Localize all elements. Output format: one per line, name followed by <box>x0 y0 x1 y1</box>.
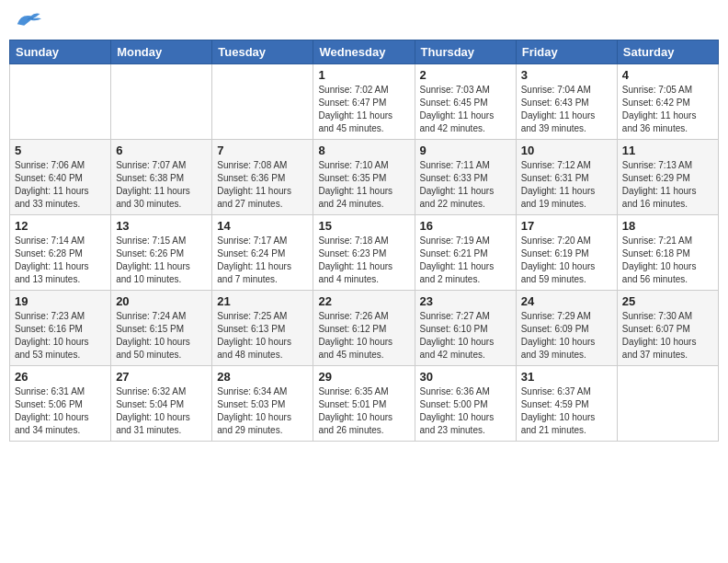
day-info: Sunrise: 7:13 AMSunset: 6:29 PMDaylight:… <box>622 159 713 211</box>
day-number: 11 <box>622 144 713 157</box>
day-number: 1 <box>318 68 409 82</box>
day-number: 7 <box>217 144 308 157</box>
calendar-cell: 12Sunrise: 7:14 AMSunset: 6:28 PMDayligh… <box>10 215 111 291</box>
day-info: Sunrise: 7:21 AMSunset: 6:18 PMDaylight:… <box>622 235 713 286</box>
day-info: Sunrise: 7:08 AMSunset: 6:36 PMDaylight:… <box>217 159 308 211</box>
day-number: 2 <box>420 68 511 82</box>
day-number: 26 <box>15 370 106 384</box>
day-info: Sunrise: 7:26 AMSunset: 6:12 PMDaylight:… <box>318 310 409 362</box>
day-number: 15 <box>318 219 409 233</box>
calendar-cell <box>617 366 718 442</box>
day-info: Sunrise: 6:31 AMSunset: 5:06 PMDaylight:… <box>15 385 106 437</box>
day-number: 12 <box>15 219 106 233</box>
calendar-cell: 10Sunrise: 7:12 AMSunset: 6:31 PMDayligh… <box>516 140 617 215</box>
day-number: 5 <box>15 144 106 157</box>
calendar-cell <box>212 64 313 140</box>
calendar-header-row: SundayMondayTuesdayWednesdayThursdayFrid… <box>10 40 719 64</box>
calendar-cell: 17Sunrise: 7:20 AMSunset: 6:19 PMDayligh… <box>516 215 617 291</box>
day-number: 31 <box>521 370 612 384</box>
day-number: 10 <box>521 144 612 157</box>
calendar-cell: 19Sunrise: 7:23 AMSunset: 6:16 PMDayligh… <box>10 291 111 366</box>
calendar-cell: 27Sunrise: 6:32 AMSunset: 5:04 PMDayligh… <box>111 366 212 442</box>
day-info: Sunrise: 7:17 AMSunset: 6:24 PMDaylight:… <box>217 235 308 286</box>
day-info: Sunrise: 6:35 AMSunset: 5:01 PMDaylight:… <box>318 385 409 437</box>
day-number: 23 <box>420 294 511 308</box>
day-number: 13 <box>116 219 207 233</box>
day-number: 21 <box>217 294 308 308</box>
day-number: 20 <box>116 294 207 308</box>
day-info: Sunrise: 7:23 AMSunset: 6:16 PMDaylight:… <box>15 310 106 362</box>
day-info: Sunrise: 7:15 AMSunset: 6:26 PMDaylight:… <box>116 235 207 286</box>
day-info: Sunrise: 7:20 AMSunset: 6:19 PMDaylight:… <box>521 235 612 286</box>
day-info: Sunrise: 7:05 AMSunset: 6:42 PMDaylight:… <box>622 84 713 135</box>
calendar-cell: 31Sunrise: 6:37 AMSunset: 4:59 PMDayligh… <box>516 366 617 442</box>
day-info: Sunrise: 7:06 AMSunset: 6:40 PMDaylight:… <box>15 159 106 211</box>
calendar-week-row: 1Sunrise: 7:02 AMSunset: 6:47 PMDaylight… <box>10 64 719 140</box>
day-info: Sunrise: 6:36 AMSunset: 5:00 PMDaylight:… <box>420 385 511 437</box>
day-number: 17 <box>521 219 612 233</box>
day-number: 3 <box>521 68 612 82</box>
day-number: 22 <box>318 294 409 308</box>
day-number: 30 <box>420 370 511 384</box>
day-number: 9 <box>420 144 511 157</box>
calendar-week-row: 19Sunrise: 7:23 AMSunset: 6:16 PMDayligh… <box>10 291 719 366</box>
day-info: Sunrise: 7:12 AMSunset: 6:31 PMDaylight:… <box>521 159 612 211</box>
calendar-cell: 21Sunrise: 7:25 AMSunset: 6:13 PMDayligh… <box>212 291 313 366</box>
day-number: 19 <box>15 294 106 308</box>
calendar-cell: 26Sunrise: 6:31 AMSunset: 5:06 PMDayligh… <box>10 366 111 442</box>
day-info: Sunrise: 7:07 AMSunset: 6:38 PMDaylight:… <box>116 159 207 211</box>
day-info: Sunrise: 6:32 AMSunset: 5:04 PMDaylight:… <box>116 385 207 437</box>
day-info: Sunrise: 6:37 AMSunset: 4:59 PMDaylight:… <box>521 385 612 437</box>
col-header-thursday: Thursday <box>415 40 516 64</box>
calendar-cell: 11Sunrise: 7:13 AMSunset: 6:29 PMDayligh… <box>617 140 718 215</box>
day-number: 25 <box>622 294 713 308</box>
day-number: 29 <box>318 370 409 384</box>
day-info: Sunrise: 7:25 AMSunset: 6:13 PMDaylight:… <box>217 310 308 362</box>
day-number: 24 <box>521 294 612 308</box>
day-info: Sunrise: 7:03 AMSunset: 6:45 PMDaylight:… <box>420 84 511 135</box>
calendar-week-row: 5Sunrise: 7:06 AMSunset: 6:40 PMDaylight… <box>10 140 719 215</box>
day-info: Sunrise: 7:27 AMSunset: 6:10 PMDaylight:… <box>420 310 511 362</box>
day-info: Sunrise: 7:18 AMSunset: 6:23 PMDaylight:… <box>318 235 409 286</box>
calendar-table: SundayMondayTuesdayWednesdayThursdayFrid… <box>9 40 719 442</box>
page-header <box>9 9 719 32</box>
calendar-week-row: 12Sunrise: 7:14 AMSunset: 6:28 PMDayligh… <box>10 215 719 291</box>
calendar-cell: 3Sunrise: 7:04 AMSunset: 6:43 PMDaylight… <box>516 64 617 140</box>
day-number: 27 <box>116 370 207 384</box>
day-number: 6 <box>116 144 207 157</box>
day-number: 18 <box>622 219 713 233</box>
day-info: Sunrise: 7:24 AMSunset: 6:15 PMDaylight:… <box>116 310 207 362</box>
calendar-cell: 13Sunrise: 7:15 AMSunset: 6:26 PMDayligh… <box>111 215 212 291</box>
day-info: Sunrise: 7:30 AMSunset: 6:07 PMDaylight:… <box>622 310 713 362</box>
calendar-cell: 20Sunrise: 7:24 AMSunset: 6:15 PMDayligh… <box>111 291 212 366</box>
calendar-cell <box>10 64 111 140</box>
calendar-cell: 9Sunrise: 7:11 AMSunset: 6:33 PMDaylight… <box>415 140 516 215</box>
col-header-wednesday: Wednesday <box>313 40 415 64</box>
calendar-cell: 29Sunrise: 6:35 AMSunset: 5:01 PMDayligh… <box>313 366 415 442</box>
col-header-friday: Friday <box>516 40 617 64</box>
col-header-saturday: Saturday <box>617 40 718 64</box>
calendar-cell: 22Sunrise: 7:26 AMSunset: 6:12 PMDayligh… <box>313 291 415 366</box>
day-info: Sunrise: 7:11 AMSunset: 6:33 PMDaylight:… <box>420 159 511 211</box>
col-header-sunday: Sunday <box>10 40 111 64</box>
day-number: 14 <box>217 219 308 233</box>
day-info: Sunrise: 7:19 AMSunset: 6:21 PMDaylight:… <box>420 235 511 286</box>
day-info: Sunrise: 7:10 AMSunset: 6:35 PMDaylight:… <box>318 159 409 211</box>
calendar-cell: 8Sunrise: 7:10 AMSunset: 6:35 PMDaylight… <box>313 140 415 215</box>
day-number: 16 <box>420 219 511 233</box>
calendar-cell: 28Sunrise: 6:34 AMSunset: 5:03 PMDayligh… <box>212 366 313 442</box>
day-number: 4 <box>622 68 713 82</box>
day-info: Sunrise: 7:04 AMSunset: 6:43 PMDaylight:… <box>521 84 612 135</box>
calendar-cell: 23Sunrise: 7:27 AMSunset: 6:10 PMDayligh… <box>415 291 516 366</box>
calendar-cell: 4Sunrise: 7:05 AMSunset: 6:42 PMDaylight… <box>617 64 718 140</box>
calendar-cell: 30Sunrise: 6:36 AMSunset: 5:00 PMDayligh… <box>415 366 516 442</box>
calendar-cell: 15Sunrise: 7:18 AMSunset: 6:23 PMDayligh… <box>313 215 415 291</box>
day-number: 28 <box>217 370 308 384</box>
calendar-cell: 24Sunrise: 7:29 AMSunset: 6:09 PMDayligh… <box>516 291 617 366</box>
calendar-cell: 2Sunrise: 7:03 AMSunset: 6:45 PMDaylight… <box>415 64 516 140</box>
calendar-cell: 25Sunrise: 7:30 AMSunset: 6:07 PMDayligh… <box>617 291 718 366</box>
calendar-cell: 5Sunrise: 7:06 AMSunset: 6:40 PMDaylight… <box>10 140 111 215</box>
day-number: 8 <box>318 144 409 157</box>
logo-icon <box>14 9 41 32</box>
logo <box>14 9 43 32</box>
